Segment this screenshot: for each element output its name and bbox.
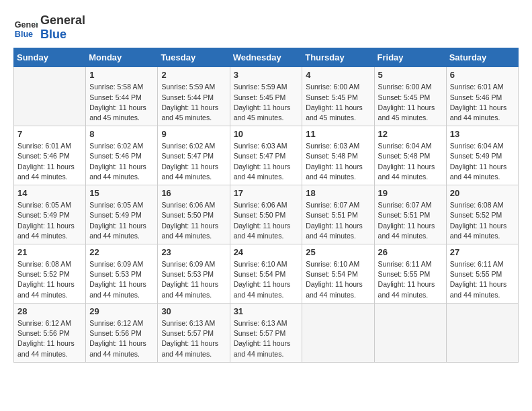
day-number: 29 (89, 306, 154, 316)
day-info: Sunrise: 6:04 AM Sunset: 5:49 PM Dayligh… (450, 141, 515, 182)
day-number: 27 (450, 247, 515, 257)
calendar-cell: 2Sunrise: 5:59 AM Sunset: 5:44 PM Daylig… (158, 67, 230, 126)
day-number: 7 (17, 129, 82, 139)
day-info: Sunrise: 6:01 AM Sunset: 5:46 PM Dayligh… (17, 141, 82, 182)
day-number: 25 (306, 247, 370, 257)
day-number: 19 (378, 188, 443, 198)
day-number: 17 (234, 188, 299, 198)
calendar-cell: 14Sunrise: 6:05 AM Sunset: 5:49 PM Dayli… (14, 185, 86, 244)
day-number: 16 (161, 188, 226, 198)
day-info: Sunrise: 6:07 AM Sunset: 5:51 PM Dayligh… (378, 200, 443, 241)
day-number: 30 (161, 306, 226, 316)
calendar-cell (302, 303, 374, 362)
day-number: 26 (378, 247, 443, 257)
day-info: Sunrise: 6:08 AM Sunset: 5:52 PM Dayligh… (450, 200, 515, 241)
day-number: 20 (450, 188, 515, 198)
calendar-week-1: 1Sunrise: 5:58 AM Sunset: 5:44 PM Daylig… (14, 67, 519, 126)
calendar-cell (374, 303, 446, 362)
day-info: Sunrise: 6:05 AM Sunset: 5:49 PM Dayligh… (17, 200, 82, 241)
calendar-cell: 3Sunrise: 5:59 AM Sunset: 5:45 PM Daylig… (230, 67, 302, 126)
day-info: Sunrise: 5:59 AM Sunset: 5:45 PM Dayligh… (234, 82, 299, 123)
day-number: 8 (89, 129, 154, 139)
day-info: Sunrise: 6:10 AM Sunset: 5:54 PM Dayligh… (306, 259, 370, 300)
calendar-cell: 22Sunrise: 6:09 AM Sunset: 5:53 PM Dayli… (86, 244, 158, 304)
day-number: 28 (17, 306, 82, 316)
day-number: 13 (450, 129, 515, 139)
day-info: Sunrise: 6:00 AM Sunset: 5:45 PM Dayligh… (378, 82, 443, 123)
weekday-header-wednesday: Wednesday (230, 48, 302, 67)
weekday-header-row: SundayMondayTuesdayWednesdayThursdayFrid… (14, 48, 519, 67)
logo-icon: General Blue (13, 15, 38, 40)
calendar-body: 1Sunrise: 5:58 AM Sunset: 5:44 PM Daylig… (14, 67, 519, 362)
day-info: Sunrise: 6:04 AM Sunset: 5:48 PM Dayligh… (378, 141, 443, 182)
calendar-week-2: 7Sunrise: 6:01 AM Sunset: 5:46 PM Daylig… (14, 126, 519, 185)
calendar-cell: 1Sunrise: 5:58 AM Sunset: 5:44 PM Daylig… (86, 67, 158, 126)
weekday-header-tuesday: Tuesday (158, 48, 230, 67)
day-number: 14 (17, 188, 82, 198)
calendar-cell: 17Sunrise: 6:06 AM Sunset: 5:50 PM Dayli… (230, 185, 302, 244)
day-info: Sunrise: 6:01 AM Sunset: 5:46 PM Dayligh… (450, 82, 515, 123)
calendar-cell: 26Sunrise: 6:11 AM Sunset: 5:55 PM Dayli… (374, 244, 446, 304)
logo-blue: Blue (40, 28, 85, 42)
day-info: Sunrise: 6:00 AM Sunset: 5:45 PM Dayligh… (306, 82, 370, 123)
day-number: 22 (89, 247, 154, 257)
calendar-cell: 8Sunrise: 6:02 AM Sunset: 5:46 PM Daylig… (86, 126, 158, 185)
weekday-header-sunday: Sunday (14, 48, 86, 67)
calendar-table: SundayMondayTuesdayWednesdayThursdayFrid… (13, 48, 519, 362)
calendar-cell: 11Sunrise: 6:03 AM Sunset: 5:48 PM Dayli… (302, 126, 374, 185)
calendar-week-4: 21Sunrise: 6:08 AM Sunset: 5:52 PM Dayli… (14, 244, 519, 304)
day-info: Sunrise: 6:13 AM Sunset: 5:57 PM Dayligh… (234, 318, 299, 359)
calendar-cell: 4Sunrise: 6:00 AM Sunset: 5:45 PM Daylig… (302, 67, 374, 126)
weekday-header-saturday: Saturday (446, 48, 518, 67)
day-info: Sunrise: 6:08 AM Sunset: 5:52 PM Dayligh… (17, 259, 82, 300)
logo: General Blue General Blue (13, 13, 85, 41)
day-info: Sunrise: 6:02 AM Sunset: 5:46 PM Dayligh… (89, 141, 154, 182)
day-number: 1 (89, 70, 154, 80)
svg-text:Blue: Blue (15, 29, 33, 38)
calendar-cell: 15Sunrise: 6:05 AM Sunset: 5:49 PM Dayli… (86, 185, 158, 244)
calendar-cell: 27Sunrise: 6:11 AM Sunset: 5:55 PM Dayli… (446, 244, 518, 304)
day-number: 10 (234, 129, 299, 139)
day-info: Sunrise: 6:06 AM Sunset: 5:50 PM Dayligh… (161, 200, 226, 241)
day-number: 4 (306, 70, 370, 80)
calendar-cell: 30Sunrise: 6:13 AM Sunset: 5:57 PM Dayli… (158, 303, 230, 362)
day-info: Sunrise: 6:12 AM Sunset: 5:56 PM Dayligh… (17, 318, 82, 359)
calendar-week-5: 28Sunrise: 6:12 AM Sunset: 5:56 PM Dayli… (14, 303, 519, 362)
calendar-cell: 18Sunrise: 6:07 AM Sunset: 5:51 PM Dayli… (302, 185, 374, 244)
calendar-cell: 6Sunrise: 6:01 AM Sunset: 5:46 PM Daylig… (446, 67, 518, 126)
day-info: Sunrise: 6:11 AM Sunset: 5:55 PM Dayligh… (450, 259, 515, 300)
day-number: 12 (378, 129, 443, 139)
calendar-cell: 7Sunrise: 6:01 AM Sunset: 5:46 PM Daylig… (14, 126, 86, 185)
calendar-cell: 9Sunrise: 6:02 AM Sunset: 5:47 PM Daylig… (158, 126, 230, 185)
day-number: 21 (17, 247, 82, 257)
day-info: Sunrise: 6:05 AM Sunset: 5:49 PM Dayligh… (89, 200, 154, 241)
day-info: Sunrise: 6:13 AM Sunset: 5:57 PM Dayligh… (161, 318, 226, 359)
day-info: Sunrise: 5:59 AM Sunset: 5:44 PM Dayligh… (161, 82, 226, 123)
calendar-cell: 16Sunrise: 6:06 AM Sunset: 5:50 PM Dayli… (158, 185, 230, 244)
weekday-header-friday: Friday (374, 48, 446, 67)
calendar-cell (14, 67, 86, 126)
calendar-cell: 12Sunrise: 6:04 AM Sunset: 5:48 PM Dayli… (374, 126, 446, 185)
calendar-cell: 13Sunrise: 6:04 AM Sunset: 5:49 PM Dayli… (446, 126, 518, 185)
calendar-cell: 24Sunrise: 6:10 AM Sunset: 5:54 PM Dayli… (230, 244, 302, 304)
day-number: 6 (450, 70, 515, 80)
svg-text:General: General (15, 20, 38, 30)
day-number: 9 (161, 129, 226, 139)
day-number: 31 (234, 306, 299, 316)
calendar-cell: 23Sunrise: 6:09 AM Sunset: 5:53 PM Dayli… (158, 244, 230, 304)
day-info: Sunrise: 6:06 AM Sunset: 5:50 PM Dayligh… (234, 200, 299, 241)
day-number: 11 (306, 129, 370, 139)
day-number: 24 (234, 247, 299, 257)
calendar-cell: 28Sunrise: 6:12 AM Sunset: 5:56 PM Dayli… (14, 303, 86, 362)
day-info: Sunrise: 6:07 AM Sunset: 5:51 PM Dayligh… (306, 200, 370, 241)
day-info: Sunrise: 6:09 AM Sunset: 5:53 PM Dayligh… (89, 259, 154, 300)
day-info: Sunrise: 5:58 AM Sunset: 5:44 PM Dayligh… (89, 82, 154, 123)
day-number: 23 (161, 247, 226, 257)
day-number: 18 (306, 188, 370, 198)
weekday-header-thursday: Thursday (302, 48, 374, 67)
day-info: Sunrise: 6:03 AM Sunset: 5:47 PM Dayligh… (234, 141, 299, 182)
calendar-cell: 25Sunrise: 6:10 AM Sunset: 5:54 PM Dayli… (302, 244, 374, 304)
calendar-cell: 10Sunrise: 6:03 AM Sunset: 5:47 PM Dayli… (230, 126, 302, 185)
calendar-cell: 5Sunrise: 6:00 AM Sunset: 5:45 PM Daylig… (374, 67, 446, 126)
day-number: 15 (89, 188, 154, 198)
